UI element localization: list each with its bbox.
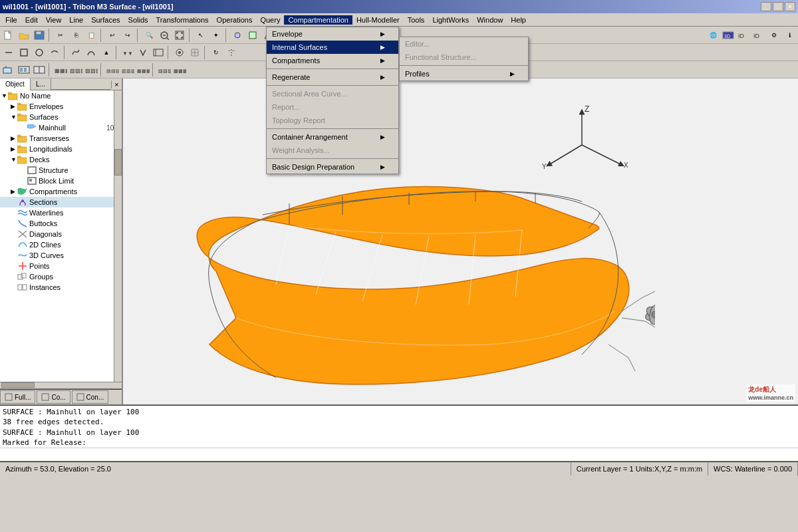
tb2-grid[interactable] xyxy=(188,45,202,60)
tree-transverses[interactable]: ▶ Transverses xyxy=(0,133,122,144)
tree-no-name[interactable]: ▼ No Name xyxy=(0,90,122,101)
tb3-btn1[interactable] xyxy=(1,63,16,77)
tb2-btn9[interactable] xyxy=(136,45,150,60)
menu-file[interactable]: File xyxy=(1,15,21,25)
tree-decks[interactable]: ▼ Decks xyxy=(0,154,122,165)
tree-points[interactable]: Points xyxy=(0,261,122,271)
maximize-button[interactable]: □ xyxy=(773,2,783,11)
menu-help[interactable]: Help xyxy=(507,15,530,25)
tree-mainhull[interactable]: Mainhull 100 xyxy=(0,122,122,133)
tb2-btn6[interactable] xyxy=(84,45,98,60)
tb-select[interactable]: ↖ xyxy=(194,28,208,43)
tb3-btn9[interactable]: ▦▦▦▦ xyxy=(136,63,150,77)
tb2-btn7[interactable]: ▲ xyxy=(99,45,114,60)
menu-line[interactable]: Line xyxy=(65,15,87,25)
tb-settings[interactable]: ⚙ xyxy=(767,28,781,43)
tree-groups[interactable]: Groups xyxy=(0,271,122,282)
tb2-btn4[interactable] xyxy=(47,45,62,60)
tab-co1[interactable]: Co... xyxy=(37,390,70,404)
tb3-btn4[interactable]: ▦▦▦ xyxy=(53,63,68,77)
tb3-btn8[interactable]: ▥▥▥▥ xyxy=(120,63,135,77)
tree-sections[interactable]: Sections xyxy=(0,197,122,207)
tb2-btn10[interactable] xyxy=(151,45,166,60)
tree-scrollbar[interactable] xyxy=(114,90,122,382)
tb2-btn5[interactable] xyxy=(68,45,83,60)
tab-full[interactable]: Full... xyxy=(0,390,35,404)
tb2-rotate[interactable]: ↻ xyxy=(209,45,223,60)
menu-transformations[interactable]: Transformations xyxy=(152,15,213,25)
tb-redo[interactable]: ↪ xyxy=(120,28,135,43)
tb-id1[interactable]: ID xyxy=(736,28,751,43)
menu-hull-modeller[interactable]: Hull-Modeller xyxy=(352,15,404,25)
tree-instances[interactable]: Instances xyxy=(0,282,122,293)
menu-compartmentation[interactable]: Compartmentation xyxy=(284,15,352,25)
tb2-mirror[interactable] xyxy=(224,45,239,60)
tb-layers[interactable] xyxy=(282,28,297,43)
menu-edit[interactable]: Edit xyxy=(21,15,42,25)
tab-con[interactable]: Con... xyxy=(72,390,109,404)
tb-new[interactable] xyxy=(1,28,16,43)
tree-longitudinals[interactable]: ▶ Longitudinals xyxy=(0,144,122,154)
menu-query[interactable]: Query xyxy=(256,15,284,25)
tb2-btn3[interactable] xyxy=(32,45,47,60)
tb2-btn2[interactable] xyxy=(17,45,31,60)
tb3-btn6[interactable]: ▨▨▨ xyxy=(84,63,98,77)
tb-info[interactable]: ℹ xyxy=(782,28,797,43)
minimize-button[interactable]: _ xyxy=(761,2,771,11)
tb-zoom-in[interactable]: 🔍 xyxy=(142,28,156,43)
tb-id2[interactable]: ID xyxy=(751,28,766,43)
tb-fit[interactable] xyxy=(172,28,187,43)
tb3-btn5[interactable]: ▧▧▧ xyxy=(68,63,83,77)
toolbar-sep-4 xyxy=(189,29,192,42)
tb3-btn11[interactable]: ▩▩▩▩ xyxy=(172,63,187,77)
panel-close-btn[interactable]: × xyxy=(111,80,122,88)
tree-3d-curves[interactable]: 3D Curves xyxy=(0,250,122,261)
close-button[interactable]: × xyxy=(785,2,795,11)
tb2-btn8[interactable]: ▼▼ xyxy=(120,45,135,60)
tree-surfaces[interactable]: ▼ Surfaces xyxy=(0,112,122,122)
tree-waterlines[interactable]: Waterlines xyxy=(0,207,122,218)
tb-btn-6[interactable] xyxy=(230,28,245,43)
tb-point[interactable]: ✦ xyxy=(209,28,223,43)
tb-copy[interactable]: ⎘ xyxy=(68,28,83,43)
tb-zoom-out[interactable] xyxy=(157,28,172,43)
menu-tools[interactable]: Tools xyxy=(404,15,429,25)
tab-layers[interactable]: L... xyxy=(31,78,51,90)
tree-structure[interactable]: Structure xyxy=(0,165,122,176)
tb2-snap[interactable] xyxy=(172,45,187,60)
tb-open[interactable] xyxy=(17,28,31,43)
tree-container[interactable]: ▼ No Name ▶ Envelopes ▼ Surfaces xyxy=(0,90,122,382)
tree-envelopes[interactable]: ▶ Envelopes xyxy=(0,101,122,112)
tb3-btn10[interactable]: ▨▨▨▨ xyxy=(157,63,172,77)
ship-3d-view: Z X Y xyxy=(156,92,655,404)
tb3-btn7[interactable]: ▤▤▤▤ xyxy=(105,63,120,77)
tb-save[interactable] xyxy=(32,28,47,43)
tree-hscroll[interactable] xyxy=(0,382,122,388)
tb-btn-8[interactable] xyxy=(261,28,275,43)
tab-object[interactable]: Object xyxy=(0,78,31,90)
tb3-btn2[interactable] xyxy=(17,63,31,77)
menu-surfaces[interactable]: Surfaces xyxy=(87,15,124,25)
tb-cut[interactable]: ✂ xyxy=(53,28,68,43)
console-line-2: 38 free edges detected. xyxy=(3,417,795,427)
console-input[interactable] xyxy=(0,450,798,459)
tb-paste[interactable]: 📋 xyxy=(84,28,98,43)
menu-operations[interactable]: Operations xyxy=(213,15,257,25)
tree-block-limit[interactable]: Block Limit xyxy=(0,176,122,186)
menu-window[interactable]: Window xyxy=(473,15,507,25)
menu-solids[interactable]: Solids xyxy=(124,15,152,25)
tb2-btn1[interactable] xyxy=(1,45,16,60)
tree-diagonals[interactable]: Diagonals xyxy=(0,229,122,239)
viewport[interactable]: Z X Y 龙de船人 www.imanne.cn xyxy=(123,78,798,404)
tb3-btn3[interactable] xyxy=(32,63,47,77)
menu-view[interactable]: View xyxy=(42,15,66,25)
tb-btn-7[interactable] xyxy=(245,28,260,43)
tree-compartments[interactable]: ▶ Compartments xyxy=(0,186,122,197)
tree-2d-clines[interactable]: 2D Clines xyxy=(0,239,122,250)
toolbar2-sep-4 xyxy=(204,46,207,59)
menu-lightworks[interactable]: LightWorks xyxy=(428,15,473,25)
tree-buttocks[interactable]: Buttocks xyxy=(0,218,122,229)
tb-render[interactable]: 3D xyxy=(721,28,735,43)
tb-undo[interactable]: ↩ xyxy=(105,28,120,43)
tb-globe[interactable]: 🌐 xyxy=(706,28,720,43)
